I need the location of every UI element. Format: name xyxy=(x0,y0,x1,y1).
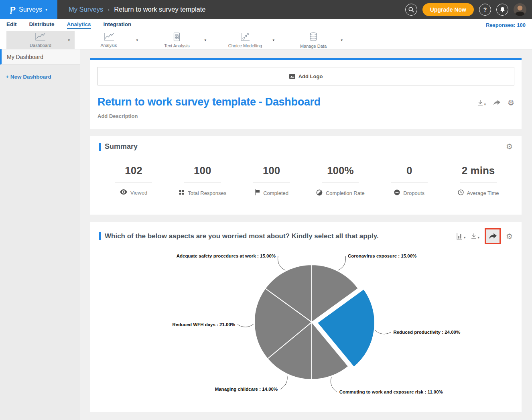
document-grid-icon xyxy=(173,32,181,43)
pie-slice-label: Adequate safety procedures at work : 15.… xyxy=(177,254,276,258)
dots-grid-icon xyxy=(179,189,185,197)
help-button[interactable]: ? xyxy=(479,4,491,16)
gear-icon: ⚙ xyxy=(506,142,513,151)
survey-nav-tabs: EditDistributeAnalyticsIntegration Respo… xyxy=(0,19,532,31)
share-dashboard-button[interactable] xyxy=(493,100,500,106)
pie-slice-label: Commuting to work and exposure risk : 11… xyxy=(339,390,443,394)
eye-icon xyxy=(120,189,127,196)
minus-circle-icon xyxy=(394,189,400,197)
pie-label-leader-line xyxy=(338,256,346,270)
chevron-down-icon[interactable]: ▾ xyxy=(136,38,138,42)
surveys-product-menu[interactable]: P Surveys ▾ xyxy=(0,0,57,19)
responses-count[interactable]: Responses: 100 xyxy=(486,22,526,28)
toolbar-item-choice-modelling[interactable]: Choice Modelling▾ xyxy=(211,31,279,49)
search-button[interactable] xyxy=(405,4,417,16)
tab-distribute[interactable]: Distribute xyxy=(29,21,55,29)
sidebar-item-my-dashboard[interactable]: My Dashboard xyxy=(0,49,80,65)
bar-chart-icon xyxy=(457,233,463,239)
avatar[interactable] xyxy=(514,3,526,16)
tabs-container: EditDistributeAnalyticsIntegration xyxy=(6,21,144,29)
pie-label-leader-line xyxy=(331,377,337,392)
stat-label: Completed xyxy=(263,190,288,196)
search-icon xyxy=(408,6,414,13)
summary-settings-button[interactable]: ⚙ xyxy=(506,143,513,150)
divider xyxy=(184,183,221,183)
stat-viewed: 102Viewed xyxy=(99,164,168,197)
new-dashboard-button[interactable]: + New Dashboard xyxy=(6,74,80,80)
toolbar-item-manage-data[interactable]: Manage Data▾ xyxy=(279,31,347,49)
add-logo-button[interactable]: Add Logo xyxy=(97,67,514,85)
chevron-down-icon[interactable]: ▾ xyxy=(341,38,343,42)
breadcrumb-current: Return to work survey template xyxy=(114,6,205,13)
user-photo xyxy=(514,3,526,16)
summary-card: Summary ⚙ 102Viewed100Total Responses100… xyxy=(90,136,522,215)
toolbar-item-label: Choice Modelling xyxy=(228,43,262,48)
stat-value: 100% xyxy=(327,164,354,177)
pie-label-leader-line xyxy=(375,330,391,334)
chart-type-button[interactable]: ▾ xyxy=(457,233,466,239)
pie-slice-label: Reduced WFH days : 21.00% xyxy=(173,322,236,327)
pie-label-leader-line xyxy=(278,256,286,270)
toolbar-item-analysis[interactable]: Analysis▾ xyxy=(75,31,143,49)
bell-icon xyxy=(500,6,506,13)
divider xyxy=(322,183,359,183)
tab-analytics[interactable]: Analytics xyxy=(67,21,91,29)
database-icon xyxy=(309,32,318,43)
question-chart-card: Which of the below aspects are you worri… xyxy=(90,222,522,412)
notifications-button[interactable] xyxy=(496,4,508,16)
breadcrumb-separator-icon: › xyxy=(108,6,110,13)
breadcrumb-my-surveys[interactable]: My Surveys xyxy=(69,6,103,13)
add-logo-label: Add Logo xyxy=(298,73,323,79)
pie-slice-label: Managing childcare : 14.00% xyxy=(215,387,278,392)
flag-icon xyxy=(254,189,260,197)
share-chart-button-highlighted[interactable] xyxy=(485,228,501,244)
scatter-plot-icon xyxy=(240,32,250,43)
accent-bar xyxy=(99,232,101,240)
chevron-down-icon[interactable]: ▾ xyxy=(272,38,274,42)
breadcrumb: My Surveys › Return to work survey templ… xyxy=(69,6,206,13)
summary-title: Summary xyxy=(105,142,138,151)
add-description-button[interactable]: Add Description xyxy=(97,113,514,119)
stat-value: 100 xyxy=(263,164,280,177)
stat-completion-rate: 100%Completion Rate xyxy=(306,164,375,197)
stat-label: Total Responses xyxy=(188,190,226,196)
tab-integration[interactable]: Integration xyxy=(104,21,132,29)
page-title: Return to work survey template - Dashboa… xyxy=(97,96,321,108)
chevron-down-icon: ▾ xyxy=(484,102,486,106)
dashboard-sidebar: My Dashboard + New Dashboard xyxy=(0,49,80,420)
tab-edit[interactable]: Edit xyxy=(6,21,17,29)
chevron-down-icon[interactable]: ▾ xyxy=(68,38,70,42)
chart-settings-button[interactable]: ⚙ xyxy=(506,233,513,240)
gear-icon: ⚙ xyxy=(508,99,514,107)
chevron-down-icon[interactable]: ▾ xyxy=(204,38,206,42)
dashboard-header-card: Add Logo Return to work survey template … xyxy=(90,58,522,129)
toolbar-item-dashboard[interactable]: Dashboard▾ xyxy=(6,31,75,49)
pie-slice-label: Coronavirus exposure : 15.00% xyxy=(348,254,416,258)
chevron-down-icon: ▾ xyxy=(45,8,47,12)
stat-completed: 100Completed xyxy=(237,164,306,197)
download-chart-button[interactable]: ▾ xyxy=(471,233,479,239)
pie-chart: Coronavirus exposure : 15.00%Reduced pro… xyxy=(99,246,522,406)
dashboard-settings-button[interactable]: ⚙ xyxy=(508,99,514,107)
divider xyxy=(115,183,152,183)
analytics-toolbar: Dashboard▾Analysis▾Text Analysis▾Choice … xyxy=(0,31,532,49)
stat-total-responses: 100Total Responses xyxy=(168,164,237,197)
download-dashboard-button[interactable]: ▾ xyxy=(477,100,486,106)
main-content: Add Logo Return to work survey template … xyxy=(80,49,532,420)
toolbar-item-label: Analysis xyxy=(101,43,117,48)
stat-value: 102 xyxy=(125,164,142,177)
product-name: Surveys xyxy=(19,6,42,13)
stat-value: 0 xyxy=(406,164,412,177)
download-icon xyxy=(471,233,477,239)
download-icon xyxy=(477,100,483,106)
question-title: Which of the below aspects are you worri… xyxy=(105,232,379,240)
share-icon xyxy=(493,100,500,106)
toolbar-item-text-analysis[interactable]: Text Analysis▾ xyxy=(143,31,211,49)
image-icon xyxy=(289,74,295,79)
pie-label-leader-line xyxy=(238,324,254,327)
half-circle-icon xyxy=(316,189,323,197)
stat-label: Completion Rate xyxy=(326,190,365,196)
question-mark-icon: ? xyxy=(483,6,487,13)
upgrade-now-button[interactable]: Upgrade Now xyxy=(422,3,474,16)
toolbar-item-label: Dashboard xyxy=(30,43,51,48)
